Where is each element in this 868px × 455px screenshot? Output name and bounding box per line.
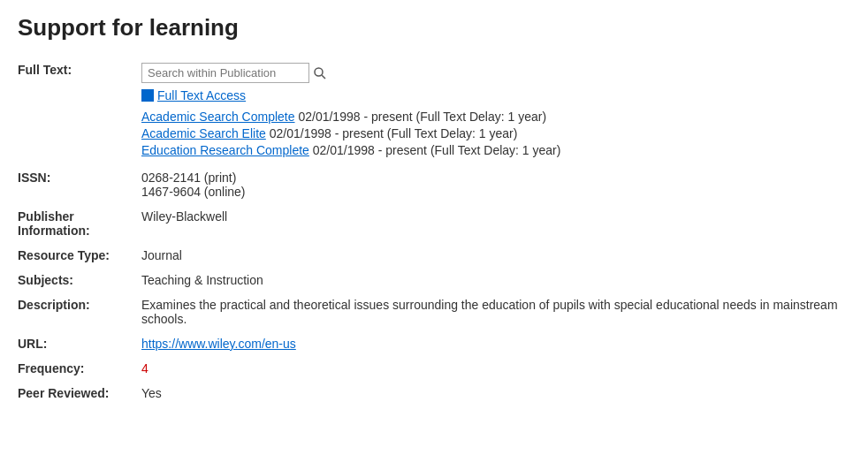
search-button[interactable]	[313, 66, 327, 80]
db-row-0: Academic Search Complete 02/01/1998 - pr…	[141, 110, 850, 124]
full-text-label: Full Text:	[18, 63, 72, 77]
issn-online: 1467-9604 (online)	[141, 185, 850, 199]
issn-value-cell: 0268-2141 (print) 1467-9604 (online)	[141, 165, 850, 204]
search-icon	[313, 66, 327, 80]
search-container	[141, 63, 850, 83]
resource-type-row: Resource Type: Journal	[18, 243, 850, 268]
peer-reviewed-value: Yes	[141, 386, 162, 400]
subjects-label: Subjects:	[18, 273, 73, 287]
svg-point-0	[315, 68, 323, 76]
db-row-2: Education Research Complete 02/01/1998 -…	[141, 143, 850, 157]
frequency-label: Frequency:	[18, 361, 84, 375]
full-text-access-link[interactable]: Full Text Access	[157, 88, 246, 102]
resource-type-label: Resource Type:	[18, 248, 110, 262]
issn-label: ISSN:	[18, 171, 50, 185]
db-coverage-2: 02/01/1998 - present (Full Text Delay: 1…	[309, 143, 561, 157]
search-input[interactable]	[141, 63, 309, 83]
db-coverage-0: 02/01/1998 - present (Full Text Delay: 1…	[295, 110, 547, 124]
description-value: Examines the practical and theoretical i…	[141, 298, 838, 326]
subjects-value: Teaching & Instruction	[141, 273, 263, 287]
db-coverage-1: 02/01/1998 - present (Full Text Delay: 1…	[266, 126, 518, 140]
db-link-0[interactable]: Academic Search Complete	[141, 110, 295, 124]
db-link-2[interactable]: Education Research Complete	[141, 143, 309, 157]
full-text-value-cell: Full Text Access Academic Search Complet…	[141, 57, 850, 165]
publisher-label: PublisherInformation:	[18, 209, 90, 238]
issn-row: ISSN: 0268-2141 (print) 1467-9604 (onlin…	[18, 165, 850, 204]
publisher-row: PublisherInformation: Wiley-Blackwell	[18, 204, 850, 243]
url-row: URL: https://www.wiley.com/en-us	[18, 331, 850, 356]
description-label: Description:	[18, 298, 90, 312]
resource-type-value: Journal	[141, 248, 182, 262]
frequency-row: Frequency: 4	[18, 356, 850, 381]
description-row: Description: Examines the practical and …	[18, 292, 850, 331]
peer-reviewed-row: Peer Reviewed: Yes	[18, 381, 850, 406]
svg-line-1	[322, 75, 325, 79]
full-text-row: Full Text: Full Text Access	[18, 57, 850, 165]
peer-reviewed-label: Peer Reviewed:	[18, 386, 110, 400]
url-link[interactable]: https://www.wiley.com/en-us	[141, 337, 296, 351]
issn-print: 0268-2141 (print)	[141, 171, 850, 185]
subjects-row: Subjects: Teaching & Instruction	[18, 268, 850, 292]
page-title: Support for learning	[18, 14, 850, 42]
db-link-1[interactable]: Academic Search Elite	[141, 126, 266, 140]
full-text-icon	[141, 89, 154, 102]
full-text-access-row: Full Text Access	[141, 88, 850, 102]
db-row-1: Academic Search Elite 02/01/1998 - prese…	[141, 126, 850, 140]
publisher-value: Wiley-Blackwell	[141, 209, 227, 224]
frequency-value: 4	[141, 361, 148, 375]
url-label: URL:	[18, 337, 47, 351]
